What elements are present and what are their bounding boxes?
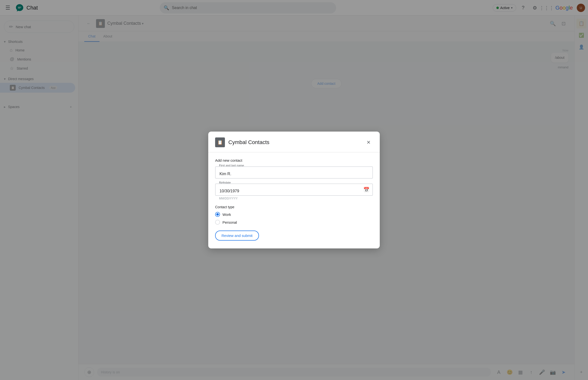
name-field[interactable]: [215, 166, 373, 179]
modal-app-icon: 📋: [215, 137, 225, 147]
radio-personal-label: Personal: [223, 220, 237, 225]
modal-body: Add new contact First and last name Birt…: [208, 152, 380, 248]
modal-overlay: 📋 Cymbal Contacts ✕ Add new contact Firs…: [0, 0, 588, 380]
name-form-group: First and last name: [215, 166, 373, 179]
radio-personal[interactable]: Personal: [215, 220, 373, 225]
contact-type-label: Contact type: [215, 205, 373, 209]
radio-group: Work Personal: [215, 212, 373, 225]
modal-header: 📋 Cymbal Contacts ✕: [208, 132, 380, 152]
birthdate-field-wrap: Birthdate 📅: [215, 184, 373, 196]
radio-work[interactable]: Work: [215, 212, 373, 217]
radio-work-inner: [216, 213, 219, 216]
birthdate-form-group: Birthdate 📅 MM/DD/YYYY: [215, 184, 373, 200]
birthdate-field[interactable]: [215, 184, 373, 196]
submit-button[interactable]: Review and submit: [215, 230, 259, 241]
birthdate-hint: MM/DD/YYYY: [215, 197, 373, 200]
radio-personal-outer: [215, 220, 220, 225]
modal-title: Cymbal Contacts: [228, 139, 269, 146]
modal-section-label: Add new contact: [215, 158, 373, 162]
modal-close-button[interactable]: ✕: [364, 138, 373, 147]
radio-work-label: Work: [223, 212, 231, 217]
calendar-icon[interactable]: 📅: [363, 187, 369, 192]
contact-type-section: Contact type Work Personal: [215, 205, 373, 225]
radio-work-outer: [215, 212, 220, 217]
modal: 📋 Cymbal Contacts ✕ Add new contact Firs…: [208, 132, 380, 248]
